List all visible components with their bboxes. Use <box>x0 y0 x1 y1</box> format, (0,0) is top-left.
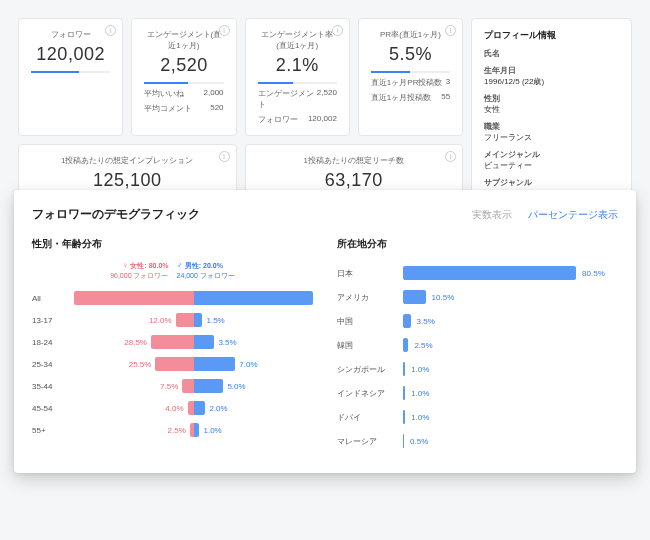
card-engagement: i エンゲージメント(直近1ヶ月) 2,520 平均いいね2,000 平均コメン… <box>131 18 236 136</box>
label: フォロワー <box>31 29 110 40</box>
label: PR率(直近1ヶ月) <box>371 29 450 40</box>
age-bucket: 55+ <box>32 426 74 435</box>
demographics-title: フォロワーのデモグラフィック <box>32 206 200 223</box>
age-bucket: All <box>32 294 74 303</box>
info-icon[interactable]: i <box>332 25 343 36</box>
location-row: アメリカ10.5% <box>337 285 618 309</box>
info-icon[interactable]: i <box>445 25 456 36</box>
card-pr-rate: i PR率(直近1ヶ月) 5.5% 直近1ヶ月PR投稿数3 直近1ヶ月投稿数55 <box>358 18 463 136</box>
location-name: ドバイ <box>337 412 403 423</box>
chart-title: 所在地分布 <box>337 237 618 251</box>
age-bucket: 25-34 <box>32 360 74 369</box>
age-bucket: 18-24 <box>32 338 74 347</box>
location-row: 中国3.5% <box>337 309 618 333</box>
location-row: ドバイ1.0% <box>337 405 618 429</box>
label: 1投稿あたりの想定リーチ数 <box>258 155 451 166</box>
location-name: インドネシア <box>337 388 403 399</box>
info-icon[interactable]: i <box>105 25 116 36</box>
pyramid-row: 45-544.0%2.0% <box>32 397 313 419</box>
value: 5.5% <box>371 44 450 65</box>
location-row: 日本80.5% <box>337 261 618 285</box>
value: 2.1% <box>258 55 337 76</box>
age-gender-chart: 性別・年齢分布 ♀ 女性: 80.0%96,000 フォロワー ♂ 男性: 20… <box>32 237 313 453</box>
toggle-count[interactable]: 実数表示 <box>472 208 512 222</box>
info-icon[interactable]: i <box>445 151 456 162</box>
pyramid-row: 13-1712.0%1.5% <box>32 309 313 331</box>
pyramid-row: All <box>32 287 313 309</box>
legend: ♀ 女性: 80.0%96,000 フォロワー ♂ 男性: 20.0%24,00… <box>32 261 313 281</box>
location-name: 日本 <box>337 268 403 279</box>
pyramid-row: 35-447.5%5.0% <box>32 375 313 397</box>
location-body: 日本80.5%アメリカ10.5%中国3.5%韓国2.5%シンガポール1.0%イン… <box>337 261 618 453</box>
dashboard-back: i フォロワー 120,002 i エンゲージメント(直近1ヶ月) 2,520 … <box>0 0 650 221</box>
age-bucket: 13-17 <box>32 316 74 325</box>
value: 120,002 <box>31 44 110 65</box>
location-row: マレーシア0.5% <box>337 429 618 453</box>
location-name: シンガポール <box>337 364 403 375</box>
location-row: インドネシア1.0% <box>337 381 618 405</box>
info-icon[interactable]: i <box>219 25 230 36</box>
value: 63,170 <box>258 170 451 191</box>
value: 2,520 <box>144 55 223 76</box>
location-chart: 所在地分布 日本80.5%アメリカ10.5%中国3.5%韓国2.5%シンガポール… <box>337 237 618 453</box>
label: エンゲージメント率(直近1ヶ月) <box>258 29 337 51</box>
location-name: アメリカ <box>337 292 403 303</box>
value: 125,100 <box>31 170 224 191</box>
chart-title: 性別・年齢分布 <box>32 237 313 251</box>
pyramid-row: 25-3425.5%7.0% <box>32 353 313 375</box>
profile-heading: プロフィール情報 <box>484 29 619 42</box>
toggle-percent[interactable]: パーセンテージ表示 <box>528 208 618 222</box>
location-name: 中国 <box>337 316 403 327</box>
pyramid-body: All13-1712.0%1.5%18-2428.5%3.5%25-3425.5… <box>32 287 313 441</box>
location-row: シンガポール1.0% <box>337 357 618 381</box>
card-followers: i フォロワー 120,002 <box>18 18 123 136</box>
age-bucket: 45-54 <box>32 404 74 413</box>
label: 1投稿あたりの想定インプレッション <box>31 155 224 166</box>
location-name: 韓国 <box>337 340 403 351</box>
card-engagement-rate: i エンゲージメント率(直近1ヶ月) 2.1% エンゲージメント2,520 フォ… <box>245 18 350 136</box>
pyramid-row: 55+2.5%1.0% <box>32 419 313 441</box>
location-row: 韓国2.5% <box>337 333 618 357</box>
location-name: マレーシア <box>337 436 403 447</box>
age-bucket: 35-44 <box>32 382 74 391</box>
info-icon[interactable]: i <box>219 151 230 162</box>
demographics-card: フォロワーのデモグラフィック 実数表示 パーセンテージ表示 性別・年齢分布 ♀ … <box>14 190 636 473</box>
label: エンゲージメント(直近1ヶ月) <box>144 29 223 51</box>
pyramid-row: 18-2428.5%3.5% <box>32 331 313 353</box>
view-toggle: 実数表示 パーセンテージ表示 <box>472 208 618 222</box>
